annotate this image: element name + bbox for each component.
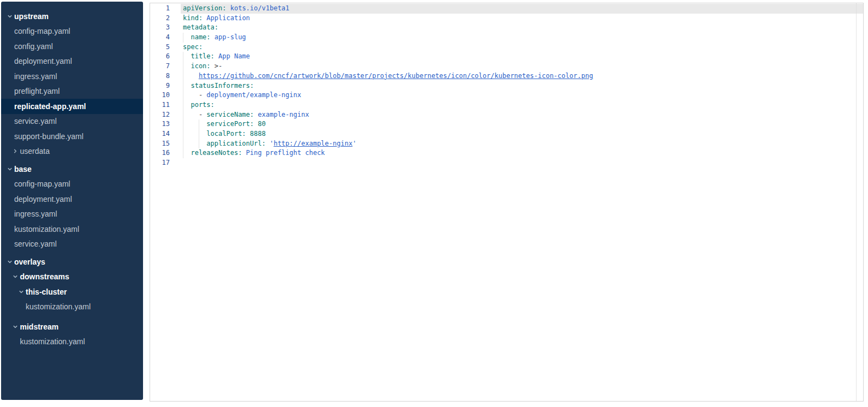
tree-item-label: preflight.yaml — [14, 87, 60, 95]
code-line-text: localPort: 8888 — [181, 129, 863, 139]
tree-file-kustomization.yaml[interactable]: kustomization.yaml — [1, 300, 143, 315]
code-line-11: 11ports: — [150, 100, 863, 110]
editor-code-area[interactable]: 1apiVersion: kots.io/v1beta12kind: Appli… — [150, 3, 863, 168]
code-line-text: apiVersion: kots.io/v1beta1 — [181, 4, 863, 14]
tree-file-support-bundle.yaml[interactable]: support-bundle.yaml — [1, 129, 143, 144]
tree-item-label: config-map.yaml — [14, 27, 70, 35]
indent-guide — [183, 52, 183, 62]
tree-item-label: ingress.yaml — [14, 72, 57, 81]
code-line-3: 3metadata: — [150, 23, 863, 33]
tree-file-service.yaml[interactable]: service.yaml — [1, 237, 143, 252]
tree-item-label: replicated-app.yaml — [14, 102, 86, 111]
code-token: Ping preflight check — [246, 149, 325, 157]
code-token: localPort: — [206, 130, 249, 137]
chevron-down-icon[interactable] — [7, 14, 13, 19]
code-token: ' — [353, 140, 356, 147]
line-number: 7 — [150, 62, 181, 71]
code-line-2: 2kind: Application — [150, 14, 863, 23]
tree-file-ingress.yaml[interactable]: ingress.yaml — [1, 69, 143, 84]
code-token: App Name — [218, 52, 250, 60]
line-number: 14 — [150, 129, 181, 139]
tree-folder-downstreams[interactable]: downstreams — [1, 270, 143, 285]
code-token: applicationUrl: — [206, 140, 270, 147]
app-root: upstreamconfig-map.yamlconfig.yamldeploy… — [0, 0, 868, 407]
code-line-16: 16releaseNotes: Ping preflight check — [150, 148, 863, 158]
tree-item-label: userdata — [20, 147, 50, 155]
chevron-down-icon[interactable] — [13, 324, 18, 330]
code-line-text: title: App Name — [181, 52, 863, 62]
code-token: title: — [191, 52, 218, 60]
indent-guide — [199, 139, 199, 149]
code-line-text: icon: >- — [181, 62, 863, 71]
tree-item-label: kustomization.yaml — [20, 337, 85, 346]
tree-item-label: downstreams — [20, 272, 69, 281]
code-token: Application — [206, 14, 249, 22]
tree-item-label: this-cluster — [26, 288, 67, 296]
code-token: serviceName: — [206, 111, 258, 118]
line-number: 10 — [150, 91, 181, 100]
tree-folder-base[interactable]: base — [1, 161, 143, 177]
indent-guide — [183, 110, 183, 120]
code-token: releaseNotes: — [191, 149, 246, 157]
code-line-text: ports: — [181, 100, 863, 110]
code-token: metadata: — [183, 23, 218, 31]
tree-file-kustomization.yaml[interactable]: kustomization.yaml — [1, 334, 143, 350]
tree-item-label: support-bundle.yaml — [14, 132, 84, 141]
line-number: 11 — [150, 100, 181, 110]
tree-item-label: upstream — [14, 12, 49, 21]
tree-folder-midstream[interactable]: midstream — [1, 319, 143, 334]
chevron-down-icon[interactable] — [7, 259, 13, 265]
tree-folder-this-cluster[interactable]: this-cluster — [1, 284, 143, 300]
tree-item-label: midstream — [20, 322, 59, 331]
tree-folder-userdata[interactable]: userdata — [1, 144, 143, 159]
tree-file-config-map.yaml[interactable]: config-map.yaml — [1, 177, 143, 192]
line-number: 15 — [150, 139, 181, 149]
tree-file-ingress.yaml[interactable]: ingress.yaml — [1, 207, 143, 222]
code-line-text: servicePort: 80 — [181, 119, 863, 129]
code-line-text: metadata: — [181, 23, 863, 33]
code-token: spec: — [183, 43, 203, 51]
line-number: 1 — [150, 4, 181, 14]
code-line-text: - serviceName: example-nginx — [181, 110, 863, 120]
code-line-12: 12- serviceName: example-nginx — [150, 110, 863, 120]
tree-folder-overlays[interactable]: overlays — [1, 254, 143, 270]
line-number: 3 — [150, 23, 181, 33]
code-line-text: - deployment/example-nginx — [181, 91, 863, 100]
tree-item-label: config-map.yaml — [14, 179, 70, 188]
tree-folder-upstream[interactable]: upstream — [1, 9, 143, 24]
tree-file-config-map.yaml[interactable]: config-map.yaml — [1, 24, 143, 39]
code-line-6: 6title: App Name — [150, 52, 863, 62]
tree-item-label: service.yaml — [14, 240, 57, 248]
tree-file-deployment.yaml[interactable]: deployment.yaml — [1, 191, 143, 207]
chevron-right-icon[interactable] — [13, 148, 18, 154]
tree-file-preflight.yaml[interactable]: preflight.yaml — [1, 84, 143, 99]
tree-file-service.yaml[interactable]: service.yaml — [1, 114, 143, 129]
code-token: >- — [215, 62, 222, 70]
tree-file-replicated-app.yaml[interactable]: replicated-app.yaml — [1, 99, 143, 114]
code-token: example-nginx — [258, 111, 309, 118]
code-token: statusInformers: — [191, 82, 254, 89]
code-line-text: spec: — [181, 43, 863, 52]
tree-item-label: base — [14, 165, 32, 173]
chevron-down-icon[interactable] — [19, 289, 24, 295]
code-line-1: 1apiVersion: kots.io/v1beta1 — [150, 4, 863, 14]
code-token: name: — [191, 33, 214, 41]
file-tree-sidebar: upstreamconfig-map.yamlconfig.yamldeploy… — [1, 2, 143, 400]
chevron-down-icon[interactable] — [13, 274, 18, 279]
editor-scrollbar-track[interactable] — [856, 3, 857, 401]
indent-guide — [183, 100, 183, 110]
indent-guide — [183, 71, 183, 81]
tree-file-kustomization.yaml[interactable]: kustomization.yaml — [1, 222, 143, 237]
indent-guide — [183, 62, 183, 71]
chevron-down-icon[interactable] — [7, 166, 13, 172]
tree-item-label: config.yaml — [14, 42, 53, 51]
code-line-5: 5spec: — [150, 43, 863, 52]
tree-file-config.yaml[interactable]: config.yaml — [1, 39, 143, 54]
tree-file-deployment.yaml[interactable]: deployment.yaml — [1, 54, 143, 69]
code-line-15: 15applicationUrl: 'http://example-nginx' — [150, 139, 863, 149]
line-number: 13 — [150, 119, 181, 129]
indent-guide — [183, 33, 183, 43]
code-token: kind: — [183, 14, 206, 22]
yaml-editor-panel[interactable]: 1apiVersion: kots.io/v1beta12kind: Appli… — [150, 3, 864, 402]
code-line-10: 10- deployment/example-nginx — [150, 91, 863, 100]
